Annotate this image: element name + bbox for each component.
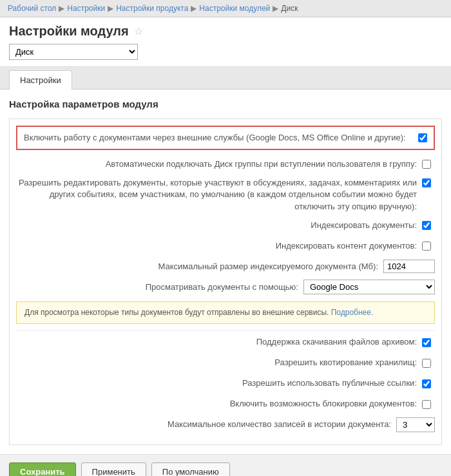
index-docs-row: Индексировать документы: xyxy=(16,218,435,233)
enable-external-label: Включить работу с документами через внеш… xyxy=(24,132,418,144)
tab-settings[interactable]: Настройки xyxy=(9,70,72,90)
breadcrumb: Рабочий стол ▶ Настройки ▶ Настройки про… xyxy=(0,0,451,17)
breadcrumb-sep-4: ▶ xyxy=(273,4,278,13)
download-archive-row: Поддержка скачивания файлов архивом: xyxy=(16,335,435,350)
index-content-label: Индексировать контент документов: xyxy=(16,240,422,252)
breadcrumb-sep-2: ▶ xyxy=(108,4,113,13)
page-title: Настройки модуля xyxy=(9,24,129,39)
download-archive-label: Поддержка скачивания файлов архивом: xyxy=(16,336,422,348)
module-select[interactable]: Диск xyxy=(9,44,138,60)
allow-quota-checkbox[interactable] xyxy=(422,359,431,368)
viewer-select[interactable]: Google Docs MS Office Online Встроенный … xyxy=(303,280,435,294)
info-box: Для просмотра некоторые типы документов … xyxy=(16,301,435,324)
info-link[interactable]: Подробнее. xyxy=(331,308,374,317)
apply-button[interactable]: Применить xyxy=(81,462,146,476)
breadcrumb-settings[interactable]: Настройки xyxy=(67,4,105,13)
max-size-row: Максимальный размер индексируемого докум… xyxy=(16,259,435,274)
save-button[interactable]: Сохранить xyxy=(9,462,76,476)
settings-divider xyxy=(16,330,435,331)
viewer-label: Просматривать документы с помощью: xyxy=(16,281,303,293)
max-history-row: Максимальное количество записей в истори… xyxy=(16,417,435,433)
breadcrumb-disk: Диск xyxy=(281,4,298,13)
info-text: Для просмотра некоторые типы документов … xyxy=(24,308,329,317)
max-size-input[interactable] xyxy=(383,260,435,273)
auto-connect-row: Автоматически подключать Диск группы при… xyxy=(16,157,435,172)
page-header: Настройки модуля ☆ Диск xyxy=(0,17,451,67)
allow-edit-label: Разрешить редактировать документы, котор… xyxy=(16,177,422,213)
breadcrumb-desktop[interactable]: Рабочий стол xyxy=(8,4,56,13)
allow-quota-row: Разрешить квотирование хранилищ: xyxy=(16,356,435,371)
breadcrumb-sep-1: ▶ xyxy=(59,4,64,13)
allow-edit-row: Разрешить редактировать документы, котор… xyxy=(16,177,435,213)
auto-connect-label: Автоматически подключать Диск группы при… xyxy=(16,158,422,170)
tabs-bar: Настройки xyxy=(0,67,451,90)
allow-public-label: Разрешить использовать публичные ссылки: xyxy=(16,377,422,389)
settings-container: Включить работу с документами через внеш… xyxy=(9,119,442,445)
enable-external-row: Включить работу с документами через внеш… xyxy=(16,126,435,150)
max-size-label: Максимальный размер индексируемого докум… xyxy=(16,261,383,272)
index-docs-checkbox[interactable] xyxy=(422,221,431,230)
allow-public-row: Разрешить использовать публичные ссылки: xyxy=(16,376,435,392)
section-title: Настройка параметров модуля xyxy=(9,99,442,109)
star-icon[interactable]: ☆ xyxy=(134,25,143,37)
auto-connect-checkbox[interactable] xyxy=(422,160,431,169)
breadcrumb-module-settings[interactable]: Настройки модулей xyxy=(199,4,270,13)
download-archive-checkbox[interactable] xyxy=(422,338,431,347)
enable-external-checkbox[interactable] xyxy=(418,133,427,142)
enable-block-checkbox[interactable] xyxy=(422,400,431,409)
enable-block-row: Включить возможность блокировки документ… xyxy=(16,397,435,412)
main-content: Настройка параметров модуля Включить раб… xyxy=(0,90,451,454)
viewer-row: Просматривать документы с помощью: Googl… xyxy=(16,280,435,295)
allow-edit-checkbox[interactable] xyxy=(422,178,431,187)
index-content-row: Индексировать контент документов: xyxy=(16,238,435,254)
enable-block-label: Включить возможность блокировки документ… xyxy=(16,398,422,410)
index-docs-label: Индексировать документы: xyxy=(16,220,422,231)
default-button[interactable]: По умолчанию xyxy=(151,462,230,476)
allow-public-checkbox[interactable] xyxy=(422,379,431,388)
footer-buttons: Сохранить Применить По умолчанию xyxy=(0,454,451,476)
allow-quota-label: Разрешить квотирование хранилищ: xyxy=(16,357,422,368)
max-history-label: Максимальное количество записей в истори… xyxy=(16,419,396,430)
max-history-select[interactable]: 1 2 3 5 10 xyxy=(396,417,435,432)
index-content-checkbox[interactable] xyxy=(422,242,431,251)
breadcrumb-product-settings[interactable]: Настройки продукта xyxy=(116,4,188,13)
breadcrumb-sep-3: ▶ xyxy=(191,4,197,13)
